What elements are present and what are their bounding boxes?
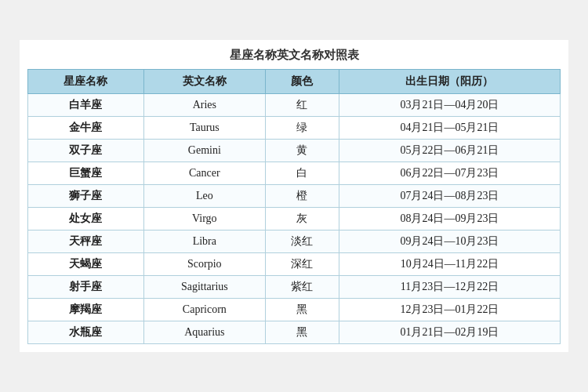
- table-cell: 01月21日—02月19日: [339, 321, 560, 344]
- table-cell: 白: [265, 162, 339, 185]
- table-cell: 巨蟹座: [28, 162, 144, 185]
- table-row: 金牛座Taurus绿04月21日—05月21日: [28, 117, 561, 140]
- table-cell: 橙: [265, 185, 339, 208]
- table-cell: 天蝎座: [28, 253, 144, 276]
- table-cell: 灰: [265, 208, 339, 230]
- table-header-cell: 出生日期（阳历）: [339, 70, 560, 94]
- table-cell: Virgo: [143, 208, 265, 230]
- table-cell: Leo: [143, 185, 265, 208]
- table-cell: 11月23日—12月22日: [339, 276, 560, 299]
- zodiac-table: 星座名称英文名称颜色出生日期（阳历） 白羊座Aries红03月21日—04月20…: [27, 69, 561, 344]
- table-cell: 水瓶座: [28, 321, 144, 344]
- table-cell: 双子座: [28, 140, 144, 162]
- table-cell: 射手座: [28, 276, 144, 299]
- table-cell: 红: [265, 94, 339, 117]
- table-cell: 白羊座: [28, 94, 144, 117]
- table-cell: Gemini: [143, 140, 265, 162]
- table-header-row: 星座名称英文名称颜色出生日期（阳历）: [28, 70, 561, 94]
- table-cell: 深红: [265, 253, 339, 276]
- table-cell: 天秤座: [28, 230, 144, 253]
- table-cell: 绿: [265, 117, 339, 140]
- table-row: 天秤座Libra淡红09月24日—10月23日: [28, 230, 561, 253]
- table-cell: 04月21日—05月21日: [339, 117, 560, 140]
- table-cell: 03月21日—04月20日: [339, 94, 560, 117]
- table-cell: 摩羯座: [28, 299, 144, 321]
- table-row: 巨蟹座Cancer白06月22日—07月23日: [28, 162, 561, 185]
- table-cell: 12月23日—01月22日: [339, 299, 560, 321]
- table-cell: Aries: [143, 94, 265, 117]
- table-header-cell: 星座名称: [28, 70, 144, 94]
- table-cell: 黑: [265, 299, 339, 321]
- table-cell: 黑: [265, 321, 339, 344]
- table-row: 射手座Sagittarius紫红11月23日—12月22日: [28, 276, 561, 299]
- table-cell: Capricorn: [143, 299, 265, 321]
- table-cell: 紫红: [265, 276, 339, 299]
- table-cell: 黄: [265, 140, 339, 162]
- table-row: 处女座Virgo灰08月24日—09月23日: [28, 208, 561, 230]
- table-row: 白羊座Aries红03月21日—04月20日: [28, 94, 561, 117]
- table-row: 摩羯座Capricorn黑12月23日—01月22日: [28, 299, 561, 321]
- table-cell: 06月22日—07月23日: [339, 162, 560, 185]
- page-title: 星座名称英文名称对照表: [27, 48, 561, 63]
- table-cell: Sagittarius: [143, 276, 265, 299]
- table-cell: Libra: [143, 230, 265, 253]
- table-row: 天蝎座Scorpio深红10月24日—11月22日: [28, 253, 561, 276]
- table-cell: 08月24日—09月23日: [339, 208, 560, 230]
- table-cell: 07月24日—08月23日: [339, 185, 560, 208]
- table-row: 双子座Gemini黄05月22日—06月21日: [28, 140, 561, 162]
- main-container: 星座名称英文名称对照表 星座名称英文名称颜色出生日期（阳历） 白羊座Aries红…: [20, 40, 568, 352]
- table-cell: 05月22日—06月21日: [339, 140, 560, 162]
- table-cell: 处女座: [28, 208, 144, 230]
- table-row: 狮子座Leo橙07月24日—08月23日: [28, 185, 561, 208]
- table-cell: 淡红: [265, 230, 339, 253]
- table-cell: 狮子座: [28, 185, 144, 208]
- table-header-cell: 颜色: [265, 70, 339, 94]
- table-cell: Taurus: [143, 117, 265, 140]
- table-cell: 09月24日—10月23日: [339, 230, 560, 253]
- table-cell: Cancer: [143, 162, 265, 185]
- table-cell: Aquarius: [143, 321, 265, 344]
- table-cell: 金牛座: [28, 117, 144, 140]
- table-row: 水瓶座Aquarius黑01月21日—02月19日: [28, 321, 561, 344]
- table-cell: Scorpio: [143, 253, 265, 276]
- table-header-cell: 英文名称: [143, 70, 265, 94]
- table-cell: 10月24日—11月22日: [339, 253, 560, 276]
